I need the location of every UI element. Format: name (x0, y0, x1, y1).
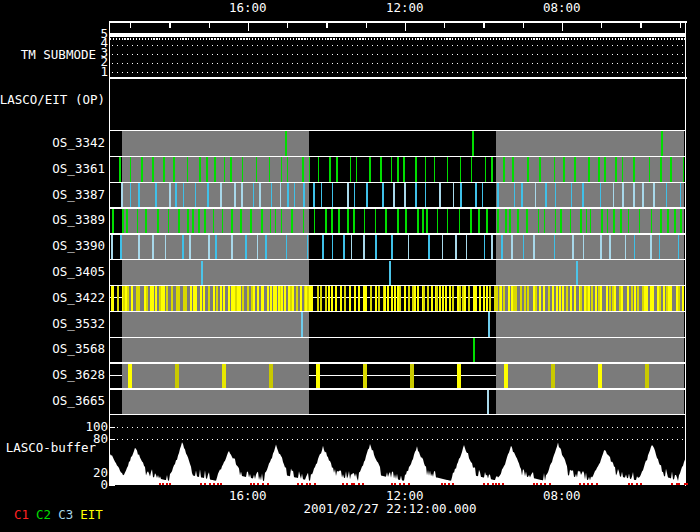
buffer-red-mark (583, 483, 585, 486)
event-tick (652, 286, 654, 310)
time-tick (405, 23, 406, 31)
buffer-red-mark (448, 483, 450, 486)
buffer-red-mark (628, 483, 630, 486)
event-tick (296, 286, 298, 310)
event-tick (523, 235, 525, 259)
event-tick (615, 157, 617, 181)
event-tick (425, 157, 427, 181)
event-tick (370, 286, 372, 310)
event-tick (631, 286, 633, 310)
event-tick (404, 286, 406, 310)
event-tick (292, 286, 294, 310)
legend-item-EIT: EIT (80, 507, 103, 522)
event-tick (378, 286, 380, 310)
event-tick (138, 183, 140, 207)
event-tick (363, 364, 368, 388)
event-tick (183, 286, 185, 310)
event-tick (335, 286, 337, 310)
event-tick (391, 157, 393, 181)
event-tick (439, 286, 441, 310)
event-tick (447, 209, 449, 233)
event-tick (514, 183, 516, 207)
event-tick (318, 157, 320, 181)
event-tick (137, 209, 139, 233)
event-tick (678, 235, 680, 259)
event-tick (187, 209, 189, 233)
event-tick (207, 183, 209, 207)
event-tick (354, 286, 356, 310)
event-tick (358, 286, 360, 310)
event-tick (389, 261, 391, 285)
time-tick (640, 23, 641, 28)
event-tick (200, 286, 202, 310)
event-tick (307, 235, 309, 259)
left-axis (109, 21, 111, 486)
event-tick (538, 209, 540, 233)
event-tick (222, 209, 224, 233)
event-tick (313, 183, 315, 207)
row-ticks-OS_3342 (110, 131, 685, 155)
event-tick (668, 286, 670, 310)
tm-dotted-gridline (112, 72, 684, 73)
buffer-red-mark (169, 483, 171, 486)
event-tick (122, 209, 124, 233)
event-tick (112, 209, 114, 233)
event-tick (503, 286, 505, 310)
event-tick (130, 183, 132, 207)
event-tick (269, 364, 274, 388)
event-tick (281, 157, 283, 181)
event-tick (265, 235, 267, 259)
event-tick (670, 286, 672, 310)
event-tick (485, 157, 487, 181)
event-tick (566, 286, 568, 310)
event-tick (280, 183, 282, 207)
event-tick (634, 235, 636, 259)
row-label-OS_3628: OS_3628 (52, 369, 105, 382)
event-tick (338, 209, 340, 233)
event-tick (479, 286, 481, 310)
event-tick (112, 286, 114, 310)
buffer-red-mark (686, 483, 688, 486)
event-tick (417, 286, 419, 310)
buffer-red-mark (596, 483, 598, 486)
event-tick (175, 364, 180, 388)
event-tick (642, 183, 644, 207)
event-tick (314, 209, 316, 233)
buffer-red-mark (579, 483, 581, 486)
row-separator (110, 207, 685, 208)
buffer-red-mark (309, 483, 311, 486)
event-tick (204, 209, 206, 233)
event-tick (588, 157, 590, 181)
row-ticks-OS_3387 (110, 183, 685, 207)
buffer-red-mark (220, 483, 222, 486)
event-tick (245, 235, 247, 259)
event-tick (275, 209, 277, 233)
event-tick (678, 286, 680, 310)
event-tick (168, 209, 170, 233)
event-tick (405, 209, 407, 233)
event-tick (317, 286, 319, 310)
event-tick (228, 286, 230, 310)
tm-ytick-label: 1 (100, 65, 108, 78)
event-tick (598, 364, 603, 388)
event-tick (169, 183, 171, 207)
legend-item-C1: C1 (14, 507, 29, 522)
buffer-red-mark (250, 483, 252, 486)
buffer-red-mark (492, 483, 494, 486)
row-label-OS_3532: OS_3532 (52, 317, 105, 330)
event-tick (391, 286, 393, 310)
event-tick (486, 209, 488, 233)
event-tick (178, 286, 180, 310)
event-tick (670, 157, 672, 181)
event-tick (231, 235, 233, 259)
event-tick (285, 131, 287, 155)
event-tick (666, 183, 668, 207)
row-ticks-OS_3405 (110, 261, 685, 285)
event-tick (316, 364, 321, 388)
event-tick (437, 209, 439, 233)
buffer-red-mark (399, 483, 401, 486)
event-tick (165, 235, 167, 259)
event-tick (121, 183, 123, 207)
event-tick (414, 286, 416, 310)
event-tick (141, 157, 143, 181)
